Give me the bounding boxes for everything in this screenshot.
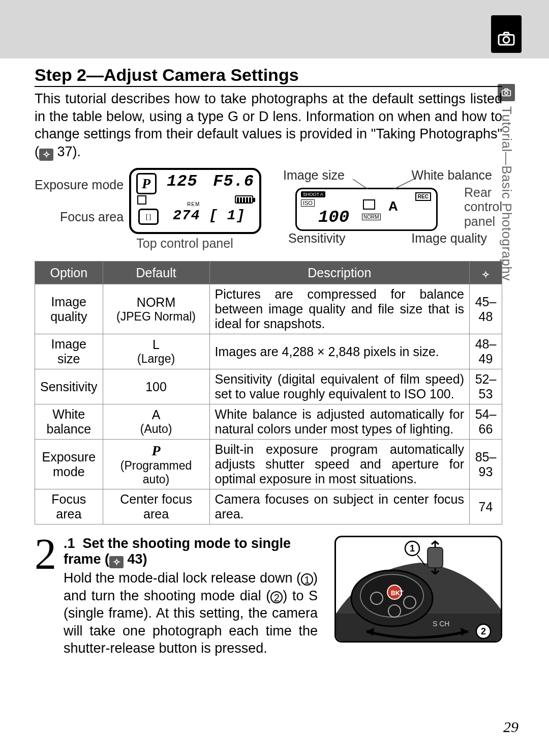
cell-default: A(Auto) xyxy=(103,404,209,440)
rear-rec: REC xyxy=(415,192,431,201)
label-sensitivity: Sensitivity xyxy=(288,231,346,246)
cell-pages: 54–66 xyxy=(470,404,502,440)
th-page: ✧ xyxy=(470,261,502,284)
svg-text:S CH: S CH xyxy=(433,620,449,628)
cell-default: Center focus area xyxy=(103,489,209,525)
cell-option: White balance xyxy=(35,404,103,440)
rear-norm: NORM xyxy=(362,214,381,220)
table-row: Focus area Center focus area Camera focu… xyxy=(35,489,502,525)
cell-pages: 74 xyxy=(470,489,502,525)
label-image-quality: Image quality xyxy=(411,231,487,246)
table-row: Exposure mode P(Programmed auto) Built-i… xyxy=(35,440,502,489)
svg-text:BKT: BKT xyxy=(391,590,404,597)
cell-description: White balance is adjusted automatically … xyxy=(209,404,469,440)
cell-default: 100 xyxy=(103,369,209,404)
lcd-count: 274 [ 1] xyxy=(173,208,245,223)
th-option: Option xyxy=(35,261,103,284)
cell-option: Sensitivity xyxy=(35,369,103,404)
cell-option: Exposure mode xyxy=(35,440,103,489)
table-row: Image quality NORM(JPEG Normal) Pictures… xyxy=(35,284,502,334)
cell-description: Sensitivity (digital equivalent of film … xyxy=(209,369,469,404)
cell-default: NORM(JPEG Normal) xyxy=(103,284,209,334)
svg-rect-21 xyxy=(428,547,443,568)
lcd-p: P xyxy=(142,176,151,191)
svg-point-3 xyxy=(505,92,508,95)
cell-description: Camera focuses on subject in center focu… xyxy=(209,489,469,525)
label-top-panel: Top control panel xyxy=(106,236,264,251)
cell-default: P(Programmed auto) xyxy=(103,440,209,489)
mode-dial-illustration: BKT S CH 1 2 xyxy=(334,536,502,643)
cell-pages: 52–53 xyxy=(470,369,502,404)
th-default: Default xyxy=(103,261,209,284)
step-title: Step 2—Adjust Camera Settings xyxy=(35,65,502,87)
substep-2-1: 2 .1 Set the shooting mode to single fra… xyxy=(35,536,502,657)
cell-default: L(Large) xyxy=(103,334,209,369)
svg-line-5 xyxy=(393,179,414,189)
rear-shoot: SHOOT A xyxy=(301,191,325,197)
camera-icon xyxy=(497,30,515,48)
cell-description: Pictures are compressed for balance betw… xyxy=(209,284,469,334)
table-header-row: Option Default Description ✧ xyxy=(35,261,502,284)
rear-100: 100 xyxy=(318,208,349,227)
cell-pages: 45–48 xyxy=(470,284,502,334)
cell-option: Focus area xyxy=(35,489,103,525)
callout-2-icon: 2 xyxy=(270,591,283,603)
intro-ref: 37). xyxy=(57,144,81,159)
cell-description: Images are 4,288 × 2,848 pixels in size. xyxy=(209,334,469,369)
svg-text:1: 1 xyxy=(410,543,415,554)
label-rear3: panel xyxy=(464,214,502,229)
thumb-tab xyxy=(491,15,522,53)
intro-paragraph: This tutorial describes how to take phot… xyxy=(35,90,502,161)
table-row: Image size L(Large) Images are 4,288 × 2… xyxy=(35,334,502,369)
top-lcd-panel: P 125 F5.6 [ ] REM 274 [ 1] xyxy=(129,168,261,234)
label-exposure-mode: Exposure mode xyxy=(35,178,124,192)
page-ref-icon: ✧ xyxy=(39,149,53,161)
lcd-aperture: F5.6 xyxy=(213,172,254,191)
lcd-shutter: 125 xyxy=(167,172,198,191)
settings-table: Option Default Description ✧ Image quali… xyxy=(35,261,502,525)
cell-option: Image size xyxy=(35,334,103,369)
cell-option: Image quality xyxy=(35,284,103,334)
big-step-number: 2 xyxy=(35,535,56,574)
substep-body-text: Hold the mode-dial lock release down (1)… xyxy=(64,569,318,657)
substep-title: .1 Set the shooting mode to single frame… xyxy=(64,536,327,568)
svg-line-4 xyxy=(353,179,368,189)
label-rear1: Rear xyxy=(464,185,502,200)
cell-pages: 48–49 xyxy=(470,334,502,369)
table-row: Sensitivity 100 Sensitivity (digital equ… xyxy=(35,369,502,404)
callout-1-icon: 1 xyxy=(301,573,313,586)
cell-description: Built-in exposure program automatically … xyxy=(209,440,469,489)
cell-pages: 85–93 xyxy=(470,440,502,489)
top-gray-band xyxy=(0,0,549,59)
svg-point-1 xyxy=(503,37,509,43)
intro-text: This tutorial describes how to take phot… xyxy=(35,91,502,159)
control-panel-diagrams: Exposure mode Focus area P 125 F5.6 [ ] … xyxy=(35,168,502,251)
rear-iso: ISO xyxy=(301,199,315,207)
svg-text:2: 2 xyxy=(481,626,486,636)
lcd-rem: REM xyxy=(187,201,200,207)
table-row: White balance A(Auto) White balance is a… xyxy=(35,404,502,440)
page-number: 29 xyxy=(503,718,518,736)
label-rear2: control xyxy=(464,199,502,214)
label-focus-area: Focus area xyxy=(35,210,124,224)
rear-lcd-panel: SHOOT A ISO 100 NORM A REC xyxy=(295,188,438,231)
page-ref-icon: ✧ xyxy=(109,556,124,568)
rear-a: A xyxy=(388,198,398,214)
th-description: Description xyxy=(209,261,469,284)
